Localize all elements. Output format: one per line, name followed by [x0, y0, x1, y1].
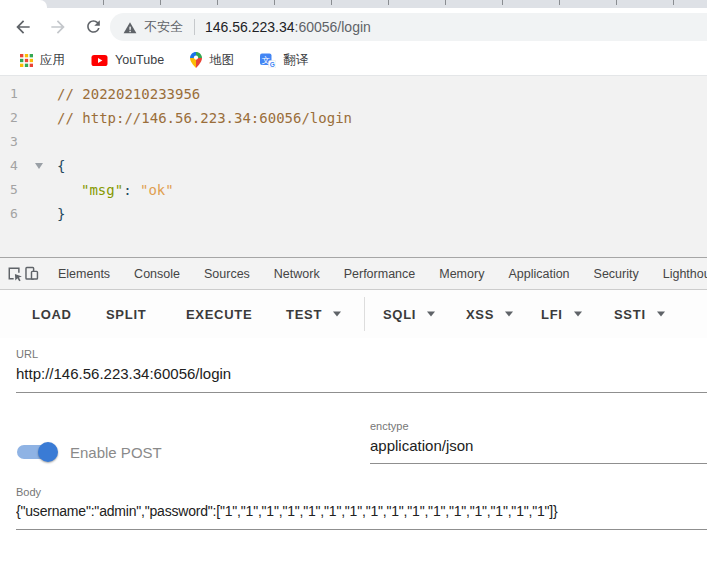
collapse-caret-icon[interactable] [35, 163, 43, 169]
code-line: 3 [0, 130, 707, 154]
bookmark-translate[interactable]: 文 G 翻译 [254, 49, 314, 72]
json-pair: "msg": "ok" [81, 178, 174, 202]
inspect-cursor-icon [6, 265, 23, 282]
apps-grid-icon [20, 54, 33, 67]
enable-post-label: Enable POST [70, 444, 162, 461]
tab-memory[interactable]: Memory [427, 258, 496, 289]
bookmarks-bar: 应用 YouTube 地图 [0, 45, 707, 76]
load-button[interactable]: LOAD [30, 299, 74, 330]
youtube-icon [91, 52, 108, 68]
url-field-value[interactable]: http://146.56.223.34:60056/login [16, 365, 707, 382]
json-response-viewer: 1 // 20220210233956 2 // http://146.56.2… [0, 76, 707, 257]
chevron-down-icon [333, 312, 341, 317]
json-key: "msg" [81, 182, 123, 198]
bookmark-youtube[interactable]: YouTube [85, 49, 170, 71]
code-line: 5 "msg": "ok" [0, 178, 707, 202]
split-button[interactable]: SPLIT [104, 299, 148, 330]
line-number: 6 [10, 202, 18, 226]
button-label: TEST [286, 307, 322, 322]
lfi-dropdown[interactable]: LFI [539, 299, 584, 330]
body-field-value[interactable]: {"username":"admin","password":["1","1",… [16, 503, 707, 519]
not-secure-icon [123, 21, 137, 34]
execute-button[interactable]: EXECUTE [184, 299, 254, 330]
code-line: 6 } [0, 202, 707, 226]
refresh-button[interactable] [81, 15, 105, 39]
tab-sources[interactable]: Sources [192, 258, 262, 289]
tab-application[interactable]: Application [496, 258, 581, 289]
sqli-dropdown[interactable]: SQLI [381, 299, 437, 330]
line-number: 1 [10, 82, 18, 106]
test-dropdown[interactable]: TEST [284, 299, 343, 330]
close-brace: } [57, 202, 65, 226]
button-label: LFI [541, 307, 563, 322]
security-label[interactable]: 不安全 [144, 18, 183, 36]
browser-toolbar: 不安全 146.56.223.34:60056/login [0, 8, 707, 45]
inspect-element-button[interactable] [6, 263, 23, 285]
json-colon: : [123, 182, 140, 198]
url-field-label: URL [16, 348, 707, 360]
tab-lighthouse[interactable]: Lighthouse [651, 258, 707, 289]
enable-post-toggle[interactable] [17, 441, 61, 463]
forward-button[interactable] [46, 15, 70, 39]
enctype-input[interactable]: enctype application/json [370, 420, 707, 464]
refresh-icon [84, 17, 103, 36]
comment-text: // 20220210233956 [57, 82, 200, 106]
tab-separators [47, 0, 707, 5]
body-input[interactable]: Body {"username":"admin","password":["1"… [16, 486, 707, 530]
bookmark-apps[interactable]: 应用 [14, 49, 71, 72]
chevron-down-icon [574, 312, 582, 317]
line-number: 3 [10, 130, 18, 154]
tab-console[interactable]: Console [122, 258, 192, 289]
url-path: :60056/login [295, 19, 371, 35]
tab-performance[interactable]: Performance [332, 258, 428, 289]
bookmark-label: 应用 [40, 52, 65, 69]
forward-arrow-icon [48, 17, 68, 37]
line-number: 4 [10, 154, 18, 178]
url-input[interactable]: URL http://146.56.223.34:60056/login [16, 348, 707, 393]
button-label: SPLIT [106, 307, 146, 322]
comment-text: // http://146.56.223.34:60056/login [57, 106, 352, 130]
device-toolbar-button[interactable] [23, 263, 40, 285]
tab-elements[interactable]: Elements [46, 258, 122, 289]
back-arrow-icon [13, 17, 33, 37]
body-field-label: Body [16, 486, 707, 498]
chevron-down-icon [427, 312, 435, 317]
button-label: XSS [466, 307, 494, 322]
address-bar[interactable]: 不安全 146.56.223.34:60056/login [110, 13, 707, 41]
tab-strip [0, 0, 707, 8]
ssti-dropdown[interactable]: SSTI [612, 299, 667, 330]
enctype-field-value[interactable]: application/json [370, 437, 707, 454]
bookmark-label: 翻译 [283, 52, 308, 69]
toolbar-divider [364, 297, 365, 331]
toggle-thumb[interactable] [38, 442, 58, 462]
code-line: 4 { [0, 154, 707, 178]
code-line: 1 // 20220210233956 [0, 82, 707, 106]
line-number: 5 [10, 178, 18, 202]
chevron-down-icon [657, 312, 665, 317]
json-string-value: "ok" [140, 182, 174, 198]
button-label: LOAD [32, 307, 72, 322]
active-tab[interactable] [0, 0, 47, 8]
button-label: SQLI [383, 307, 416, 322]
svg-text:G: G [270, 61, 275, 68]
open-brace: { [57, 154, 65, 178]
panel-toolbar: LOAD SPLIT EXECUTE TEST SQLI XSS LFI SST… [0, 290, 707, 338]
tab-network[interactable]: Network [262, 258, 332, 289]
code-line: 2 // http://146.56.223.34:60056/login [0, 106, 707, 130]
button-label: EXECUTE [186, 307, 252, 322]
line-number: 2 [10, 106, 18, 130]
omnibox-divider [194, 19, 195, 35]
url-host: 146.56.223.34 [205, 19, 295, 35]
translate-icon: 文 G [260, 52, 276, 68]
tab-security[interactable]: Security [582, 258, 651, 289]
xss-dropdown[interactable]: XSS [464, 299, 515, 330]
chevron-down-icon [505, 312, 513, 317]
bookmark-label: 地图 [209, 52, 234, 69]
enctype-field-label: enctype [370, 420, 707, 432]
bookmark-maps[interactable]: 地图 [184, 49, 240, 72]
button-label: SSTI [614, 307, 646, 322]
devtools-tabbar: Elements Console Sources Network Perform… [0, 257, 707, 290]
back-button[interactable] [11, 15, 35, 39]
maps-pin-icon [190, 52, 202, 68]
device-toolbar-icon [23, 265, 40, 282]
